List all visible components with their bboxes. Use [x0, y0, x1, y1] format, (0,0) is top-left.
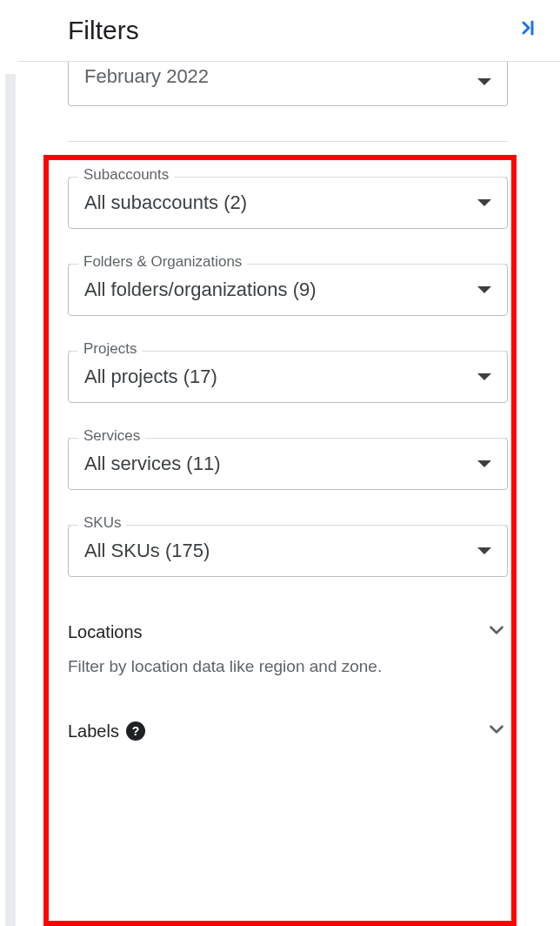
- subaccounts-value: All subaccounts (2): [84, 191, 247, 214]
- labels-section[interactable]: Labels ?: [68, 718, 508, 744]
- skus-select[interactable]: All SKUs (175): [68, 525, 508, 577]
- labels-title: Labels ?: [68, 721, 145, 741]
- chevron-down-icon: [477, 286, 491, 293]
- locations-description: Filter by location data like region and …: [68, 657, 508, 676]
- locations-header: Locations: [68, 619, 508, 645]
- chevron-down-icon: [477, 199, 491, 206]
- folders-select[interactable]: All folders/organizations (9): [68, 264, 508, 316]
- projects-value: All projects (17): [84, 366, 217, 388]
- locations-section[interactable]: Locations Filter by location data like r…: [68, 619, 508, 676]
- subaccounts-label: Subaccounts: [78, 166, 174, 184]
- skus-value: All SKUs (175): [84, 540, 210, 562]
- help-icon[interactable]: ?: [126, 721, 145, 741]
- legend-line: [68, 525, 508, 526]
- projects-select[interactable]: All projects (17): [68, 351, 508, 403]
- subaccounts-select[interactable]: All subaccounts (2): [68, 177, 508, 229]
- collapse-panel-icon[interactable]: [518, 17, 539, 44]
- time-range-value: February 2022: [84, 65, 209, 88]
- labels-header: Labels ?: [68, 718, 508, 744]
- locations-title: Locations: [68, 622, 143, 642]
- projects-label: Projects: [78, 340, 142, 358]
- page-title: Filters: [68, 16, 139, 45]
- subaccounts-filter: Subaccounts All subaccounts (2): [68, 177, 508, 229]
- services-select[interactable]: All services (11): [68, 438, 508, 490]
- filters-content: February 2022 Subaccounts All subaccount…: [0, 62, 560, 744]
- skus-label: SKUs: [78, 514, 126, 532]
- projects-filter: Projects All projects (17): [68, 351, 508, 403]
- services-value: All services (11): [84, 453, 220, 475]
- filters-header: Filters: [0, 0, 560, 62]
- folders-filter: Folders & Organizations All folders/orga…: [68, 264, 508, 316]
- time-range-select[interactable]: February 2022: [68, 62, 508, 106]
- chevron-down-icon: [485, 619, 508, 645]
- chevron-down-icon: [477, 460, 491, 467]
- chevron-down-icon: [477, 78, 491, 85]
- folders-value: All folders/organizations (9): [84, 278, 317, 301]
- chevron-down-icon: [477, 373, 491, 380]
- services-filter: Services All services (11): [68, 438, 508, 490]
- folders-label: Folders & Organizations: [78, 253, 247, 271]
- skus-filter: SKUs All SKUs (175): [68, 525, 508, 577]
- services-label: Services: [78, 427, 145, 445]
- divider: [68, 141, 508, 142]
- labels-title-text: Labels: [68, 721, 119, 741]
- chevron-down-icon: [477, 547, 491, 554]
- chevron-down-icon: [485, 718, 508, 744]
